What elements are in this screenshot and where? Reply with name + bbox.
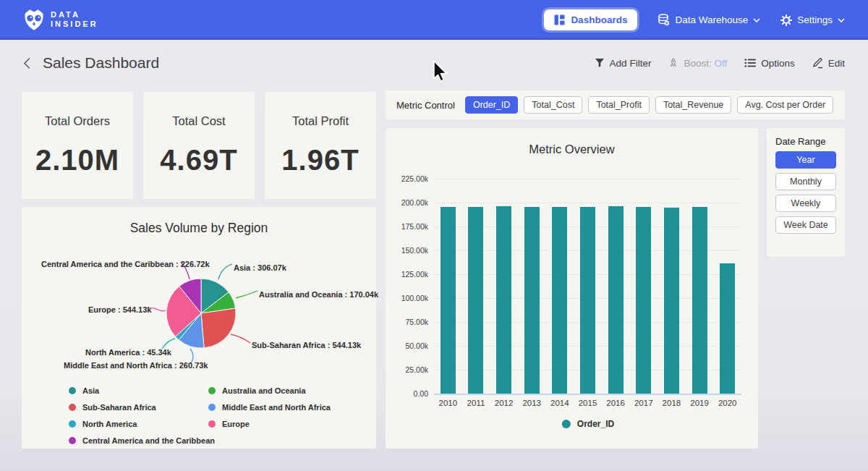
legend-item-asia[interactable]: Asia xyxy=(69,382,215,399)
legend-label: Sub-Saharan Africa xyxy=(82,403,156,412)
rocket-icon xyxy=(668,58,678,68)
legend-label: Australia and Oceania xyxy=(222,386,306,395)
x-tick-label: 2019 xyxy=(690,399,709,407)
y-tick-label: 0.00 xyxy=(414,389,428,398)
x-tick-label: 2013 xyxy=(522,399,541,407)
pie-label: Europe : 544.13k xyxy=(88,305,151,314)
x-axis-baseline xyxy=(434,394,741,395)
legend-dot xyxy=(69,404,76,411)
page-title: Sales Dashboard xyxy=(43,54,159,72)
legend-dot xyxy=(208,404,216,411)
legend-item-north-america[interactable]: North America xyxy=(69,415,215,432)
bar-chart-title: Metric Overview xyxy=(386,143,758,156)
x-tick-label: 2018 xyxy=(663,399,681,407)
metric-overview-card: Metric Overview 201020112012201320142015… xyxy=(386,128,758,449)
pie-label: Australia and Oceania : 170.04k xyxy=(259,290,378,299)
bar-2012[interactable] xyxy=(496,206,511,394)
metric-button-avg-cost-per-order[interactable]: Avg. Cost per Order xyxy=(737,96,833,114)
options-button[interactable]: Options xyxy=(744,58,795,69)
leader-line-europe xyxy=(149,307,166,311)
bar-2011[interactable] xyxy=(468,207,483,394)
gridline xyxy=(434,179,741,179)
leader-line-asia xyxy=(218,264,232,279)
y-tick-label: 100.00k xyxy=(401,294,428,302)
chevron-down-icon xyxy=(753,18,760,22)
filter-funnel-icon xyxy=(595,58,605,68)
add-filter-button[interactable]: Add Filter xyxy=(595,58,652,69)
pie-label: Central America and the Caribbean : 226.… xyxy=(41,260,210,268)
kpi-card-total-cost: Total Cost 4.69T xyxy=(143,92,255,199)
bar-2017[interactable] xyxy=(636,207,651,394)
x-tick-label: 2010 xyxy=(439,399,458,407)
back-button[interactable] xyxy=(23,57,31,69)
legend-item-australia-and-oceania[interactable]: Australia and Oceania xyxy=(208,382,331,399)
date-range-button-year[interactable]: Year xyxy=(775,151,836,169)
date-range-button-week-date[interactable]: Week Date xyxy=(775,216,836,234)
legend-dot xyxy=(69,387,76,394)
bar-2010[interactable] xyxy=(441,207,456,394)
legend-dot xyxy=(69,420,76,428)
edit-button[interactable]: Edit xyxy=(812,57,845,69)
legend-item-middle-east-and-north-africa[interactable]: Middle East and North Africa xyxy=(208,399,331,415)
pie-label: Sub-Saharan Africa : 544.13k xyxy=(252,341,361,349)
bar-legend-item[interactable]: Order_ID xyxy=(562,419,614,429)
boost-toggle[interactable]: Boost: Off xyxy=(668,58,727,69)
date-range-button-weekly[interactable]: Weekly xyxy=(775,195,836,212)
y-tick-label: 75.00k xyxy=(405,318,428,326)
bar-2015[interactable] xyxy=(580,207,595,394)
bar-2018[interactable] xyxy=(664,208,679,394)
kpi-value: 1.96T xyxy=(265,144,376,177)
bar-2019[interactable] xyxy=(692,207,707,394)
pie-legend-col-1: AsiaSub-Saharan AfricaNorth AmericaCentr… xyxy=(69,382,215,449)
legend-label: Central America and the Caribbean xyxy=(82,436,215,445)
pie-slice-sub-saharan-africa[interactable] xyxy=(201,308,236,348)
x-tick-label: 2016 xyxy=(606,399,625,407)
x-tick-label: 2020 xyxy=(718,399,737,407)
bar-xticks: 2010201120122013201420152016201720182019… xyxy=(434,399,741,410)
pie-label: North America : 45.34k xyxy=(85,348,171,357)
legend-label: Asia xyxy=(82,386,99,395)
legend-dot xyxy=(208,420,216,428)
data-warehouse-menu[interactable]: Data Warehouse xyxy=(658,14,760,26)
kpi-label: Total Profit xyxy=(265,114,376,128)
legend-item-sub-saharan-africa[interactable]: Sub-Saharan Africa xyxy=(69,399,215,415)
date-range-button-monthly[interactable]: Monthly xyxy=(775,173,836,190)
legend-item-central-america-and-the-caribbean[interactable]: Central America and the Caribbean xyxy=(69,432,215,449)
metric-button-order-id[interactable]: Order_ID xyxy=(465,96,518,114)
pie-chart-title: Sales Volume by Region xyxy=(22,221,376,236)
dashboards-button[interactable]: Dashboards xyxy=(544,9,637,30)
kpi-label: Total Cost xyxy=(143,114,255,128)
metric-control-label: Metric Control xyxy=(396,100,455,111)
date-range-buttons: YearMonthlyWeeklyWeek Date xyxy=(775,151,836,234)
metric-button-total-cost[interactable]: Total_Cost xyxy=(524,96,582,114)
metric-control-bar: Metric Control Order_IDTotal_CostTotal_P… xyxy=(386,90,845,119)
bar-2013[interactable] xyxy=(524,207,540,394)
leader-line-north-america xyxy=(162,339,175,349)
legend-label: North America xyxy=(82,420,137,428)
legend-dot xyxy=(562,420,571,428)
legend-item-europe[interactable]: Europe xyxy=(208,415,331,432)
top-nav: DATA INSIDER Dashboards xyxy=(0,0,868,40)
leader-line-australia-and-oceania xyxy=(236,291,258,298)
metric-control-buttons: Order_IDTotal_CostTotal_ProfitTotal_Reve… xyxy=(465,96,833,114)
legend-dot xyxy=(69,437,76,444)
kpi-value: 2.10M xyxy=(22,144,133,177)
bar-2016[interactable] xyxy=(608,206,624,394)
kpi-label: Total Orders xyxy=(22,114,133,128)
list-options-icon xyxy=(744,58,756,68)
kpi-card-total-orders: Total Orders 2.10M xyxy=(22,92,133,199)
x-tick-label: 2017 xyxy=(634,399,653,407)
gridline xyxy=(434,203,741,203)
y-tick-label: 200.00k xyxy=(401,198,428,207)
metric-button-total-revenue[interactable]: Total_Revenue xyxy=(655,96,731,114)
dashboard-grid-icon xyxy=(554,14,565,25)
bar-2020[interactable] xyxy=(720,263,735,394)
settings-menu[interactable]: Settings xyxy=(780,14,845,26)
x-tick-label: 2012 xyxy=(495,399,514,407)
bar-2014[interactable] xyxy=(552,207,567,394)
sales-volume-by-region-card: Sales Volume by Region Central America a… xyxy=(22,207,376,449)
brand-name: DATA INSIDER xyxy=(51,10,98,29)
y-tick-label: 150.00k xyxy=(401,246,428,255)
legend-label: Middle East and North Africa xyxy=(222,403,331,412)
metric-button-total-profit[interactable]: Total_Profit xyxy=(588,96,650,114)
